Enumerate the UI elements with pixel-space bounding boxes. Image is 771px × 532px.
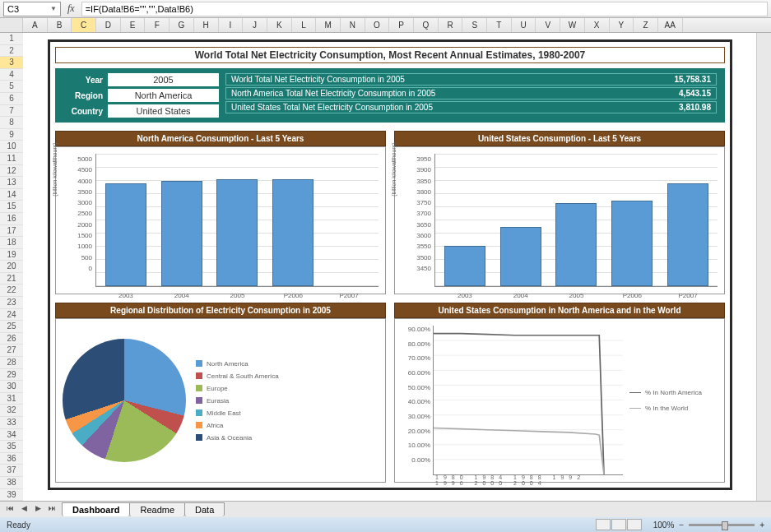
tab-next-icon[interactable]: ▶ xyxy=(31,504,44,516)
country-label: Country xyxy=(63,107,103,116)
stats-panel: World Total Net Electricity Consumption … xyxy=(225,73,717,118)
row-header-17[interactable]: 17 xyxy=(0,225,23,238)
col-header-AA[interactable]: AA xyxy=(658,18,683,32)
col-header-E[interactable]: E xyxy=(121,18,146,32)
col-header-C[interactable]: C xyxy=(72,18,96,32)
region-select[interactable]: North America xyxy=(108,89,219,102)
row-header-34[interactable]: 34 xyxy=(0,429,23,442)
zoom-out-icon[interactable]: − xyxy=(679,520,684,530)
col-header-H[interactable]: H xyxy=(194,18,219,32)
row-header-31[interactable]: 31 xyxy=(0,393,23,405)
col-header-N[interactable]: N xyxy=(341,18,365,32)
col-header-V[interactable]: V xyxy=(536,18,560,32)
row-header-18[interactable]: 18 xyxy=(0,237,23,249)
col-header-U[interactable]: U xyxy=(512,18,536,32)
sheet-tab-readme[interactable]: Readme xyxy=(129,502,185,516)
chart-pie-distribution: Regional Distribution of Electricity Con… xyxy=(55,303,386,483)
row-header-38[interactable]: 38 xyxy=(0,477,23,489)
col-header-Z[interactable]: Z xyxy=(634,18,658,32)
tab-prev-icon[interactable]: ◀ xyxy=(17,504,30,516)
col-header-D[interactable]: D xyxy=(96,18,121,32)
col-header-W[interactable]: W xyxy=(560,18,585,32)
view-break-icon[interactable] xyxy=(627,519,642,530)
col-header-A[interactable]: A xyxy=(23,18,48,32)
name-box[interactable]: C3 ▼ xyxy=(3,2,61,16)
col-header-L[interactable]: L xyxy=(292,18,317,32)
stat-world: World Total Net Electricity Consumption … xyxy=(225,73,717,86)
row-header-35[interactable]: 35 xyxy=(0,441,23,453)
country-select[interactable]: United States xyxy=(108,104,219,118)
row-header-33[interactable]: 33 xyxy=(0,417,23,429)
row-header-6[interactable]: 6 xyxy=(0,93,23,105)
row-header-13[interactable]: 13 xyxy=(0,177,23,189)
row-header-1[interactable]: 1 xyxy=(0,33,23,45)
tab-first-icon[interactable]: ⏮ xyxy=(3,504,16,516)
zoom-slider[interactable] xyxy=(689,524,755,526)
zoom-level: 100% xyxy=(653,520,675,530)
col-header-K[interactable]: K xyxy=(267,18,292,32)
row-header-8[interactable]: 8 xyxy=(0,117,23,129)
pie-legend: North AmericaCentral & South AmericaEuro… xyxy=(196,360,279,442)
col-header-S[interactable]: S xyxy=(462,18,487,32)
vertical-scrollbar[interactable] xyxy=(756,33,771,501)
zoom-in-icon[interactable]: + xyxy=(759,520,764,530)
row-header-20[interactable]: 20 xyxy=(0,261,23,273)
col-header-R[interactable]: R xyxy=(439,18,463,32)
col-header-B[interactable]: B xyxy=(48,18,72,32)
col-header-Q[interactable]: Q xyxy=(414,18,439,32)
row-header-12[interactable]: 12 xyxy=(0,165,23,178)
row-header-4[interactable]: 4 xyxy=(0,69,23,81)
region-label: Region xyxy=(63,91,103,100)
row-header-25[interactable]: 25 xyxy=(0,321,23,333)
chevron-down-icon[interactable]: ▼ xyxy=(50,5,57,12)
row-header-9[interactable]: 9 xyxy=(0,129,23,141)
row-header-2[interactable]: 2 xyxy=(0,45,23,58)
formula-input[interactable]: =IF(Data!B6="","",Data!B6) xyxy=(81,2,768,16)
dashboard-title: World Total Net Electricity Consumption,… xyxy=(55,47,725,63)
line-plot: 1980 1984 1988 1992 1996 2000 2004 xyxy=(433,326,623,475)
col-header-F[interactable]: F xyxy=(145,18,170,32)
row-header-26[interactable]: 26 xyxy=(0,333,23,345)
row-header-3[interactable]: 3 xyxy=(0,57,23,69)
sheet-tab-dashboard[interactable]: Dashboard xyxy=(62,502,130,516)
col-header-J[interactable]: J xyxy=(243,18,267,32)
view-normal-icon[interactable] xyxy=(596,519,611,530)
sheet-tab-data[interactable]: Data xyxy=(184,502,225,516)
row-header-14[interactable]: 14 xyxy=(0,189,23,201)
row-header-19[interactable]: 19 xyxy=(0,249,23,261)
row-header-36[interactable]: 36 xyxy=(0,453,23,465)
row-header-21[interactable]: 21 xyxy=(0,273,23,285)
row-header-23[interactable]: 23 xyxy=(0,297,23,309)
row-header-22[interactable]: 22 xyxy=(0,285,23,297)
row-header-37[interactable]: 37 xyxy=(0,465,23,477)
year-select[interactable]: 2005 xyxy=(108,73,219,86)
select-all-corner[interactable] xyxy=(0,18,23,32)
cells-area[interactable]: World Total Net Electricity Consumption,… xyxy=(23,33,771,502)
col-header-X[interactable]: X xyxy=(585,18,610,32)
row-header-29[interactable]: 29 xyxy=(0,369,23,382)
col-header-Y[interactable]: Y xyxy=(610,18,634,32)
row-header-27[interactable]: 27 xyxy=(0,345,23,357)
tab-last-icon[interactable]: ⏭ xyxy=(45,504,58,516)
row-header-28[interactable]: 28 xyxy=(0,357,23,369)
col-header-P[interactable]: P xyxy=(389,18,414,32)
col-header-I[interactable]: I xyxy=(219,18,244,32)
row-header-30[interactable]: 30 xyxy=(0,381,23,393)
col-header-G[interactable]: G xyxy=(170,18,194,32)
stat-country: United States Total Net Electricity Cons… xyxy=(225,101,717,113)
row-header-24[interactable]: 24 xyxy=(0,309,23,322)
spreadsheet-grid: 1234567891011121314151617181920212223242… xyxy=(0,33,771,502)
row-header-10[interactable]: 10 xyxy=(0,141,23,153)
row-header-16[interactable]: 16 xyxy=(0,213,23,225)
row-header-11[interactable]: 11 xyxy=(0,153,23,165)
view-layout-icon[interactable] xyxy=(611,519,626,530)
fx-icon[interactable]: fx xyxy=(64,2,78,15)
row-header-15[interactable]: 15 xyxy=(0,201,23,213)
col-header-T[interactable]: T xyxy=(487,18,512,32)
col-header-M[interactable]: M xyxy=(316,18,341,32)
col-header-O[interactable]: O xyxy=(365,18,390,32)
row-header-5[interactable]: 5 xyxy=(0,81,23,93)
row-header-32[interactable]: 32 xyxy=(0,405,23,417)
row-header-39[interactable]: 39 xyxy=(0,489,23,502)
row-header-7[interactable]: 7 xyxy=(0,105,23,118)
